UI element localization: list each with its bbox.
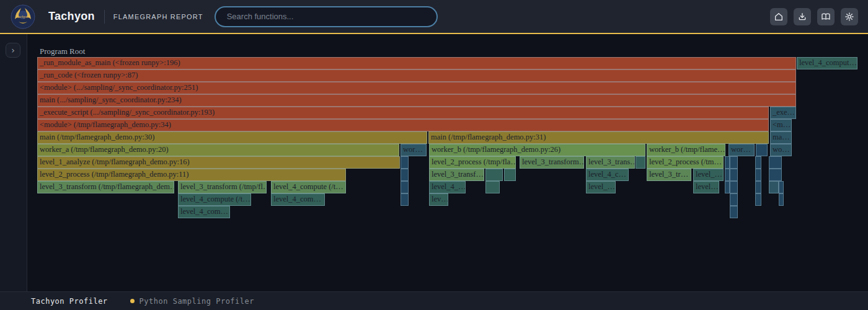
download-icon	[797, 12, 807, 22]
flame-frame[interactable]	[755, 181, 761, 193]
left-sidebar: ›	[0, 34, 27, 292]
flame-frame[interactable]	[730, 156, 738, 169]
tachyon-logo-icon: Tachyon	[11, 4, 35, 29]
flame-frame[interactable]	[401, 193, 409, 206]
flame-frame[interactable]: ma…	[770, 131, 792, 144]
book-icon	[821, 12, 831, 22]
app-title: Tachyon	[48, 10, 95, 23]
sun-icon	[844, 12, 854, 22]
flame-frame[interactable]	[725, 181, 730, 193]
home-icon	[774, 12, 784, 22]
flame-frame[interactable]: level_3_transform…	[520, 156, 584, 169]
flame-frame[interactable]	[485, 169, 503, 181]
flame-frame[interactable]: main (/tmp/flamegraph_demo.py:30)	[37, 131, 427, 144]
flame-frame[interactable]	[730, 206, 738, 218]
download-button[interactable]	[794, 8, 811, 25]
flame-frame[interactable]: _run_code (<frozen runpy>:87)	[37, 69, 796, 82]
flame-frame[interactable]: level_3_tr…	[647, 169, 691, 181]
flame-frame[interactable]	[730, 169, 738, 181]
flame-frame[interactable]	[769, 181, 779, 193]
flame-frame[interactable]: wo…	[770, 144, 792, 156]
flame-frame[interactable]: worker_b (/tmp/flamegraph_demo.py:26)	[429, 144, 645, 156]
flame-frame[interactable]: _execute_script (.../sampling/_sync_coor…	[37, 107, 769, 119]
flame-frame[interactable]: level…	[693, 181, 719, 193]
flame-frame[interactable]	[755, 156, 761, 169]
flame-frame[interactable]: main (.../sampling/_sync_coordinator.py:…	[37, 94, 796, 107]
flame-frame[interactable]: level_3_transform (/tmp/flamegraph_dem…	[37, 181, 174, 193]
search-input[interactable]	[215, 6, 438, 27]
flame-frame[interactable]: worker_a (/tmp/flamegraph_demo.py:20)	[37, 144, 399, 156]
flame-frame[interactable]	[504, 169, 516, 181]
home-button[interactable]	[770, 8, 787, 25]
docs-button[interactable]	[817, 8, 835, 25]
status-bar: Tachyon Profiler Python Sampling Profile…	[0, 291, 868, 310]
chevron-right-icon: ›	[11, 46, 15, 55]
flame-frame[interactable]: level_…	[586, 181, 616, 193]
flame-frame[interactable]	[779, 181, 784, 193]
flame-frame[interactable]: <module> (/tmp/flamegraph_demo.py:34)	[37, 119, 769, 131]
flame-frame[interactable]: level_4_com…	[178, 206, 230, 218]
header: Tachyon Tachyon FLAMEGRAPH REPORT	[0, 0, 868, 33]
flame-frame[interactable]: level_2_process (/tm…	[647, 156, 724, 169]
flame-frame[interactable]: level_3_trans…	[586, 156, 635, 169]
flamegraph: Program Root _run_module_as_main (<froze…	[27, 34, 868, 292]
theme-button[interactable]	[841, 8, 858, 25]
flame-frame[interactable]	[755, 193, 761, 206]
flame-frame[interactable]: level_…	[693, 169, 724, 181]
flame-frame[interactable]: level_4_com…	[271, 193, 325, 206]
header-buttons	[770, 8, 858, 25]
flame-frame[interactable]: _run_module_as_main (<frozen runpy>:196)	[37, 57, 796, 69]
app-window: Tachyon Tachyon FLAMEGRAPH REPORT	[0, 0, 868, 310]
flame-frame[interactable]: level_4_comput…	[797, 57, 857, 69]
flame-frame[interactable]: level_4_…	[429, 181, 466, 193]
flame-frame[interactable]: <m…	[770, 119, 792, 131]
flame-frame[interactable]	[730, 181, 738, 193]
svg-text:Tachyon: Tachyon	[16, 14, 30, 19]
flame-frame[interactable]	[485, 181, 500, 193]
flame-frame[interactable]: main (/tmp/flamegraph_demo.py:31)	[428, 131, 769, 144]
flame-frame[interactable]: worker_b (/tmp/flame…	[647, 144, 725, 156]
sidebar-toggle-button[interactable]: ›	[6, 43, 20, 58]
flame-frame[interactable]	[769, 156, 782, 169]
flame-frame[interactable]: level_2_process (/tmp/fla…	[429, 156, 516, 169]
flame-frame[interactable]	[725, 156, 730, 169]
flame-frame[interactable]	[725, 169, 730, 181]
flame-frame[interactable]	[401, 156, 409, 169]
flame-frame[interactable]: wor…	[401, 144, 427, 156]
flame-frame[interactable]: wor…	[728, 144, 755, 156]
flame-frame[interactable]: _exe…	[770, 107, 796, 119]
flame-frame[interactable]	[756, 144, 768, 156]
header-divider	[104, 10, 105, 24]
flame-frame[interactable]	[401, 169, 409, 181]
flame-frame[interactable]	[769, 169, 782, 181]
flame-frame[interactable]: level_3_transform (/tmp/fl…	[178, 181, 267, 193]
status-dot-icon	[130, 299, 135, 303]
flame-frame[interactable]: level_4_c…	[586, 169, 629, 181]
flame-frame[interactable]: lev…	[429, 193, 448, 206]
flame-frame[interactable]	[730, 193, 738, 206]
flame-frame[interactable]	[779, 193, 784, 206]
flame-frame[interactable]	[636, 156, 645, 169]
search-container	[215, 6, 438, 27]
flame-frame[interactable]	[401, 181, 409, 193]
footer-subtitle: Python Sampling Profiler	[140, 297, 254, 306]
flame-frame[interactable]	[755, 169, 761, 181]
flame-frame[interactable]: level_1_analyze (/tmp/flamegraph_demo.py…	[37, 156, 400, 169]
flame-frame[interactable]: level_4_compute (/t…	[271, 181, 346, 193]
footer-app-name: Tachyon Profiler	[31, 297, 108, 306]
report-type-label: FLAMEGRAPH REPORT	[113, 13, 203, 20]
flame-frame[interactable]: level_2_process (/tmp/flamegraph_demo.py…	[37, 169, 346, 181]
flame-frame[interactable]: <module> (.../sampling/_sync_coordinator…	[37, 82, 796, 94]
flame-root-frame[interactable]: Program Root	[40, 46, 85, 57]
flame-frame[interactable]: level_4_compute (/t…	[178, 193, 251, 206]
flame-frame[interactable]: level_3_transf…	[429, 169, 484, 181]
